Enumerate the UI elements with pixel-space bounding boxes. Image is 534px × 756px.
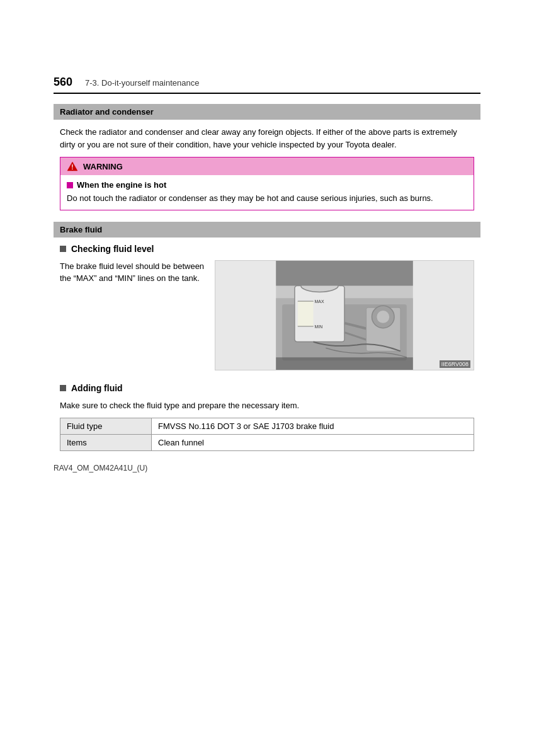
adding-square-icon: [60, 385, 66, 391]
page-number: 560: [54, 76, 72, 89]
svg-rect-11: [298, 301, 314, 326]
warning-label-text: WARNING: [83, 162, 123, 171]
warning-body: Do not touch the radiator or condenser a…: [67, 192, 467, 205]
brake-fluid-header-text: Brake fluid: [60, 225, 102, 234]
fluid-table: Fluid typeFMVSS No.116 DOT 3 or SAE J170…: [60, 418, 474, 451]
radiator-header-text: Radiator and condenser: [60, 107, 154, 117]
svg-point-16: [377, 311, 389, 323]
table-cell-value: FMVSS No.116 DOT 3 or SAE J1703 brake fl…: [152, 418, 474, 435]
radiator-section-header: Radiator and condenser: [54, 104, 480, 120]
adding-subsection-header: Adding fluid: [54, 383, 480, 393]
table-cell-label: Fluid type: [60, 418, 152, 435]
warning-triangle-icon: !: [67, 161, 78, 172]
chapter-title: 7-3. Do-it-yourself maintenance: [85, 78, 199, 88]
svg-rect-18: [276, 357, 412, 370]
fluid-level-content: The brake fluid level should be between …: [54, 260, 480, 370]
fluid-level-image: MAX MIN: [215, 260, 474, 370]
table-cell-label: Items: [60, 435, 152, 451]
radiator-body: Check the radiator and condenser and cle…: [54, 126, 480, 151]
page-footer: RAV4_OM_OM42A41U_(U): [54, 464, 147, 472]
warning-subtitle: When the engine is hot: [67, 180, 467, 190]
warning-square-icon: [67, 182, 73, 188]
svg-text:!: !: [71, 164, 73, 171]
checking-title: Checking fluid level: [71, 244, 154, 254]
image-caption: IIE6RV008: [440, 360, 470, 368]
warning-box: ! WARNING When the engine is hot Do not …: [60, 157, 474, 210]
footer-text: RAV4_OM_OM42A41U_(U): [54, 464, 147, 472]
warning-header: ! WARNING: [60, 158, 474, 175]
table-cell-value: Clean funnel: [152, 435, 474, 451]
table-row: ItemsClean funnel: [60, 435, 474, 451]
prepare-text: Make sure to check the fluid type and pr…: [54, 399, 480, 412]
page-header: 560 7-3. Do-it-yourself maintenance: [54, 76, 480, 94]
svg-rect-17: [276, 261, 412, 286]
warning-content: When the engine is hot Do not touch the …: [60, 175, 474, 210]
brake-fluid-section: Brake fluid Checking fluid level The bra…: [54, 222, 480, 452]
adding-title: Adding fluid: [71, 383, 123, 393]
adding-fluid-section: Adding fluid Make sure to check the flui…: [54, 383, 480, 452]
svg-text:MAX: MAX: [315, 299, 324, 304]
table-row: Fluid typeFMVSS No.116 DOT 3 or SAE J170…: [60, 418, 474, 435]
warning-subtitle-text: When the engine is hot: [77, 180, 166, 190]
brake-fluid-section-header: Brake fluid: [54, 222, 480, 238]
svg-text:MIN: MIN: [315, 324, 323, 328]
checking-subsection-header: Checking fluid level: [54, 244, 480, 254]
fluid-level-text: The brake fluid level should be between …: [60, 260, 205, 370]
checking-square-icon: [60, 246, 66, 252]
